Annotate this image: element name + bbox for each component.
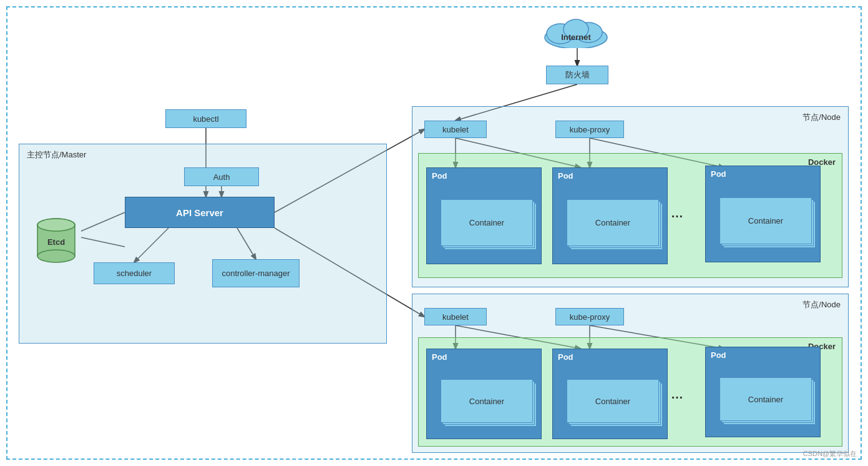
- pod-box-2-2: Pod Container: [552, 349, 668, 439]
- cloud-icon: Internet: [542, 14, 610, 48]
- etcd-icon: Etcd: [34, 216, 78, 265]
- kube-proxy-label-2: kube-proxy: [570, 312, 610, 322]
- scheduler-label: scheduler: [117, 269, 152, 278]
- kubelet-label-2: kubelet: [442, 312, 469, 322]
- svg-point-25: [37, 250, 75, 262]
- container-box-1-3: Container: [719, 197, 812, 244]
- ellipsis-2: …: [671, 387, 683, 402]
- controller-label: controller-manager: [222, 269, 290, 278]
- container-label-1-1: Container: [469, 218, 504, 227]
- firewall-label: 防火墙: [565, 69, 590, 81]
- pod-label-1-3: Pod: [706, 166, 820, 182]
- kubelet-label-1: kubelet: [442, 125, 469, 134]
- container-box-1-2: Container: [567, 199, 659, 246]
- pod-label-2-3: Pod: [706, 347, 820, 363]
- apiserver-box: API Server: [125, 197, 275, 228]
- etcd-container: Etcd: [34, 216, 78, 265]
- kubectl-label: kubectl: [193, 114, 218, 124]
- master-label: 主控节点/Master: [27, 149, 86, 161]
- pod-label-1-1: Pod: [427, 168, 541, 184]
- pod-box-2-3: Pod Container: [705, 347, 821, 437]
- kube-proxy-box-1: kube-proxy: [555, 121, 624, 138]
- kube-proxy-label-1: kube-proxy: [570, 125, 610, 134]
- kube-proxy-box-2: kube-proxy: [555, 308, 624, 325]
- container-box-2-3: Container: [719, 377, 812, 421]
- kubectl-box: kubectl: [165, 109, 246, 128]
- ellipsis-1: …: [671, 206, 683, 221]
- pod-box-2-1: Pod Container: [426, 349, 542, 439]
- svg-point-26: [37, 219, 75, 231]
- pod-box-1-2: Pod Container: [552, 167, 668, 264]
- container-label-2-1: Container: [469, 397, 504, 406]
- pod-label-1-2: Pod: [553, 168, 667, 184]
- internet-cloud: Internet: [542, 14, 610, 50]
- scheduler-box: scheduler: [94, 262, 175, 284]
- svg-text:Internet: Internet: [561, 32, 591, 42]
- container-label-1-2: Container: [595, 218, 630, 227]
- auth-label: Auth: [213, 172, 230, 182]
- pod-box-1-1: Pod Container: [426, 167, 542, 264]
- container-box-2-2: Container: [567, 379, 659, 423]
- pod-label-2-2: Pod: [553, 349, 667, 365]
- apiserver-label: API Server: [176, 207, 223, 218]
- pod-box-1-3: Pod Container: [705, 166, 821, 262]
- container-box-1-1: Container: [441, 199, 533, 246]
- container-label-2-2: Container: [595, 397, 630, 406]
- diagram-wrapper: Internet 防火墙 kubectl 主控节点/Master Auth AP…: [0, 0, 868, 466]
- watermark: CSDN@繁华似在: [803, 449, 857, 459]
- controller-box: controller-manager: [212, 259, 300, 287]
- auth-box: Auth: [184, 167, 259, 186]
- node-label-1: 节点/Node: [802, 112, 841, 123]
- svg-text:Etcd: Etcd: [47, 237, 65, 247]
- container-box-2-1: Container: [441, 379, 533, 423]
- kubelet-box-1: kubelet: [424, 121, 487, 138]
- container-label-1-3: Container: [748, 216, 783, 226]
- pod-label-2-1: Pod: [427, 349, 541, 365]
- container-label-2-3: Container: [748, 395, 783, 404]
- firewall-box: 防火墙: [546, 66, 608, 84]
- node-label-2: 节点/Node: [802, 299, 841, 310]
- kubelet-box-2: kubelet: [424, 308, 487, 325]
